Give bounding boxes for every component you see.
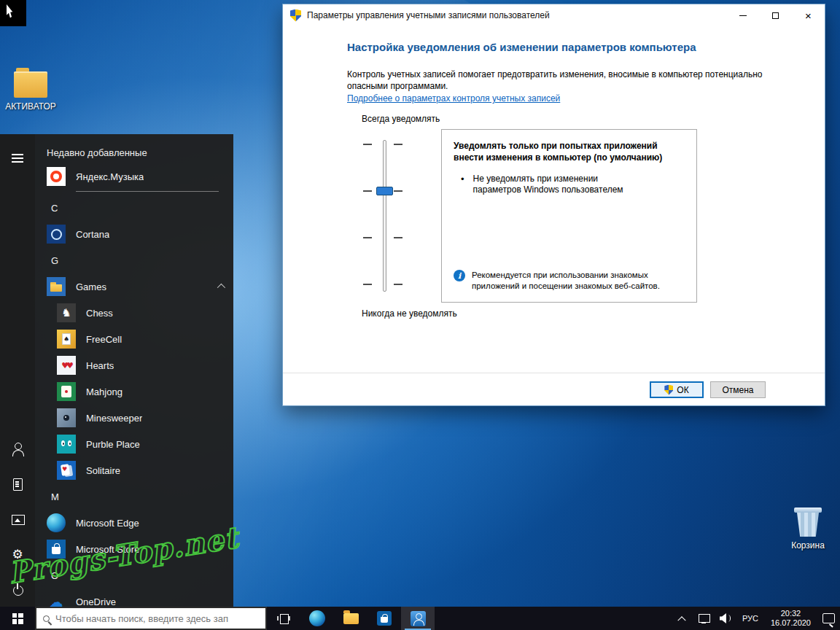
ms-edge-icon <box>47 513 66 532</box>
start-app-item[interactable]: Mahjong <box>35 378 233 405</box>
task-view-icon <box>277 612 290 624</box>
label: FreeCell <box>86 334 122 345</box>
slider-track[interactable] <box>383 140 386 292</box>
maximize-button[interactable] <box>759 4 792 26</box>
label: Games <box>76 281 106 292</box>
ms-store-icon <box>377 611 392 626</box>
recommendation-note: Рекомендуется при использовании знакомых… <box>454 270 689 292</box>
pictures-button[interactable] <box>0 502 35 537</box>
label: Яндекс.Музыка <box>76 171 144 182</box>
desktop: АКТИВАТОР Корзина Параметры управления у… <box>0 0 840 630</box>
label: Hearts <box>86 360 114 371</box>
solitaire-icon <box>57 461 76 480</box>
uac-more-info-link[interactable]: Подробнее о параметрах контроля учетных … <box>347 93 560 104</box>
label: M <box>51 491 59 502</box>
start-app-item[interactable]: OneDrive <box>35 588 233 607</box>
desktop-icon-label: АКТИВАТОР <box>5 101 56 112</box>
label: Minesweeper <box>86 413 142 424</box>
slider-handle[interactable] <box>376 187 393 195</box>
start-app-item[interactable]: Purble Place <box>35 431 233 457</box>
user-button[interactable] <box>0 432 35 467</box>
slider-tick <box>394 284 402 285</box>
chevron-up-icon <box>217 284 225 292</box>
start-app-item[interactable]: Яндекс.Музыка <box>35 163 233 190</box>
close-button[interactable]: × <box>792 4 825 26</box>
volume-button[interactable] <box>717 607 734 630</box>
desktop-icon-recycle-bin[interactable]: Корзина <box>779 508 837 551</box>
taskbar-spacer <box>435 607 673 630</box>
chevron-up-icon <box>677 616 685 624</box>
taskbar-app-user-accounts[interactable] <box>401 607 435 630</box>
network-button[interactable] <box>695 607 712 630</box>
games-folder-icon <box>47 277 66 296</box>
language-indicator[interactable]: РУС <box>739 614 762 623</box>
hidden-icons-button[interactable] <box>673 607 691 630</box>
start-app-item[interactable]: FreeCell <box>35 326 233 352</box>
taskbar-search-box[interactable] <box>35 607 267 630</box>
window-title: Параметры управления учетными записями п… <box>307 10 550 20</box>
hearts-icon <box>57 356 76 375</box>
footer-divider <box>283 373 825 373</box>
network-icon <box>698 613 709 623</box>
info-icon <box>454 270 465 281</box>
slider-tick <box>394 237 402 238</box>
menu-icon <box>11 151 24 164</box>
cancel-button[interactable]: Отмена <box>710 381 766 398</box>
start-app-item[interactable]: Solitaire <box>35 457 233 483</box>
start-button[interactable] <box>0 607 35 630</box>
documents-button[interactable] <box>0 467 35 502</box>
recommendation-text: Рекомендуется при использовании знакомых… <box>472 270 676 292</box>
slider-tick <box>363 284 372 285</box>
taskbar-app-ms-store[interactable] <box>368 607 401 630</box>
clock[interactable]: 20:32 16.07.2020 <box>766 609 815 628</box>
action-center-icon <box>822 613 835 623</box>
start-section-header: Недавно добавленные <box>35 141 233 163</box>
label: G <box>51 255 58 266</box>
desktop-icon-activator[interactable]: АКТИВАТОР <box>1 71 60 112</box>
pictures-icon <box>11 513 24 526</box>
desktop-icon-label: Корзина <box>791 540 825 551</box>
start-app-item[interactable]: Hearts <box>35 352 233 378</box>
action-center-button[interactable] <box>820 607 837 630</box>
menu-button[interactable] <box>0 140 35 175</box>
minimize-icon <box>739 15 747 16</box>
cortana-icon <box>47 225 66 244</box>
start-app-item[interactable]: Cortana <box>35 221 233 247</box>
slider-tick <box>363 144 372 145</box>
user-accounts-icon <box>411 611 426 626</box>
uac-level-description-box: Уведомлять только при попытках приложени… <box>441 129 697 303</box>
start-letter-header[interactable]: C <box>35 195 233 221</box>
search-input[interactable] <box>55 613 259 624</box>
minesweeper-icon <box>57 408 76 427</box>
uac-settings-window: Параметры управления учетными записями п… <box>282 4 825 406</box>
label: Chess <box>86 308 113 319</box>
documents-icon <box>11 478 24 491</box>
level-bullet-text: Не уведомлять при изменении параметров W… <box>473 174 648 195</box>
ok-button[interactable]: ОК <box>650 381 704 398</box>
window-titlebar[interactable]: Параметры управления учетными записями п… <box>283 4 825 26</box>
page-title: Настройка уведомления об изменении парам… <box>347 41 696 53</box>
label: C <box>51 203 58 214</box>
freecell-icon <box>57 330 76 349</box>
start-app-item[interactable]: Games <box>35 273 233 300</box>
uac-notification-slider[interactable] <box>359 136 404 293</box>
start-letter-header[interactable]: M <box>35 483 233 510</box>
taskbar-app-file-explorer[interactable] <box>334 607 368 630</box>
date: 16.07.2020 <box>771 618 811 628</box>
slider-tick <box>363 237 372 238</box>
taskbar: РУС 20:32 16.07.2020 <box>0 607 840 630</box>
minimize-button[interactable] <box>726 4 759 26</box>
windows-logo-icon <box>12 613 23 624</box>
start-app-item[interactable]: Chess <box>35 300 233 326</box>
task-view-button[interactable] <box>267 607 300 630</box>
taskbar-app-ms-edge[interactable] <box>300 607 334 630</box>
ms-edge-icon <box>309 610 325 626</box>
start-app-item[interactable]: Minesweeper <box>35 405 233 431</box>
slider-tick <box>394 144 402 145</box>
start-letter-header[interactable]: G <box>35 247 233 273</box>
system-tray: РУС 20:32 16.07.2020 <box>673 607 840 630</box>
slider-tick <box>394 190 402 192</box>
label: Purble Place <box>86 439 140 450</box>
user-icon <box>11 443 24 456</box>
slider-bottom-label: Никогда не уведомлять <box>362 308 457 319</box>
